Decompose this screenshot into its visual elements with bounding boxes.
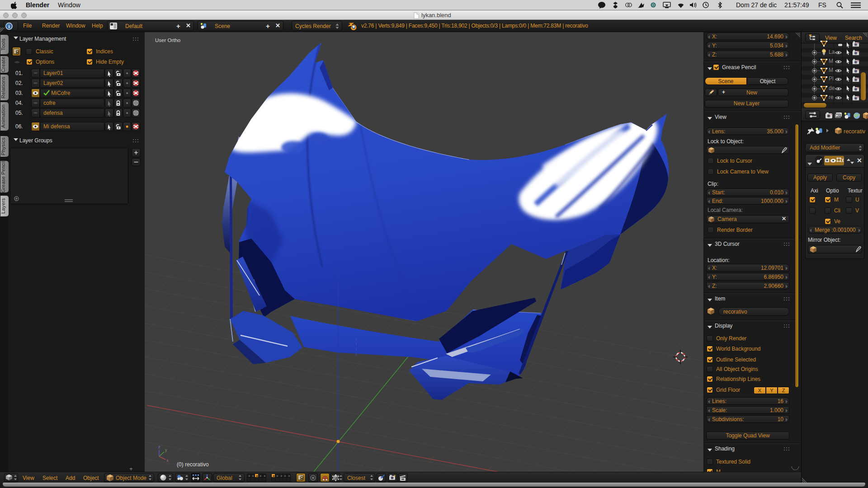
svg-text:z: z <box>158 445 160 449</box>
svg-text:y: y <box>165 448 167 452</box>
svg-text:x: x <box>166 458 169 463</box>
svg-text:i: i <box>8 23 9 29</box>
